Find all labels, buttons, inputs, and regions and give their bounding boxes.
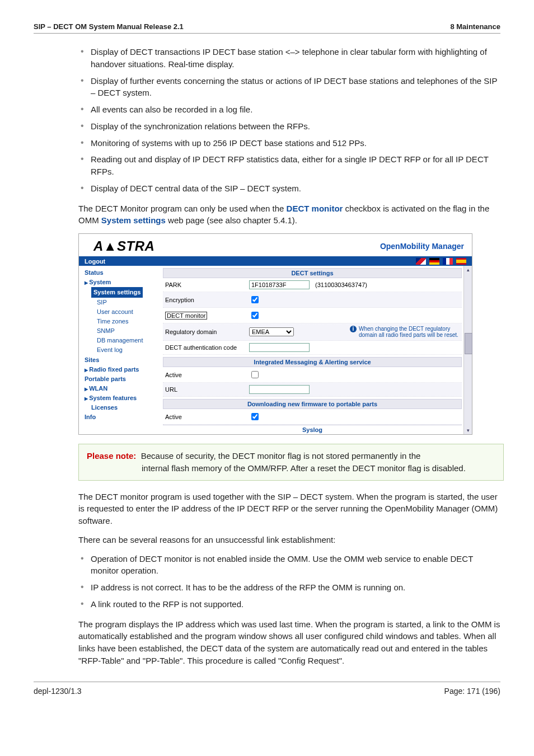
regulatory-domain-label: Regulatory domain xyxy=(165,328,249,335)
header-right: 8 Maintenance xyxy=(450,22,500,31)
list-item: Monitoring of systems with up to 256 IP … xyxy=(78,137,500,149)
page-footer: depl-1230/1.3 Page: 171 (196) xyxy=(34,682,500,696)
chevron-down-icon[interactable]: ▾ xyxy=(465,428,471,433)
dect-monitor-checkbox[interactable] xyxy=(251,312,259,319)
list-item: A link routed to the RFP is not supporte… xyxy=(78,598,500,611)
note-line1: Because of security, the DECT monitor fl… xyxy=(141,451,421,461)
dect-monitor-link: DECT monitor xyxy=(287,204,343,213)
sidebar-item-info[interactable]: Info xyxy=(85,412,163,422)
messaging-url-label: URL xyxy=(165,386,249,393)
logout-link[interactable]: Logout xyxy=(85,258,105,265)
app-title: OpenMobility Manager xyxy=(380,242,464,251)
regulatory-domain-select[interactable]: EMEA xyxy=(249,327,294,336)
note-label: Please note: xyxy=(87,451,136,461)
park-label: PARK xyxy=(165,281,249,288)
sidebar-item-sites[interactable]: Sites xyxy=(85,355,163,365)
regulatory-domain-hint: i When changing the DECT regulatory doma… xyxy=(350,326,462,338)
list-item: Display of the synchronization relations… xyxy=(78,120,500,133)
firmware-active-checkbox[interactable] xyxy=(251,413,259,420)
info-icon: i xyxy=(350,326,357,332)
sidebar-item-db-management[interactable]: DB management xyxy=(85,336,163,345)
section-firmware-download: Downloading new firmware to portable par… xyxy=(163,399,462,409)
list-item: All events can also be recorded in a log… xyxy=(78,104,500,116)
list-item: Display of DECT central data of the SIP … xyxy=(78,182,500,195)
last-paragraph: The program displays the IP address whic… xyxy=(78,618,500,667)
section-messaging: Integrated Messaging & Alerting service xyxy=(163,357,462,367)
sidebar-item-event-log[interactable]: Event log xyxy=(85,345,163,355)
park-aux: (31100303463747) xyxy=(315,281,367,288)
sidebar-item-system-settings[interactable]: System settings xyxy=(85,287,163,298)
header-left: SIP – DECT OM System Manual Release 2.1 xyxy=(34,22,184,31)
reasons-list: Operation of DECT monitor is not enabled… xyxy=(78,553,500,611)
list-item: Reading out and display of IP DECT RFP s… xyxy=(78,153,500,178)
sidebar-item-wlan[interactable]: WLAN xyxy=(85,384,163,393)
messaging-active-checkbox[interactable] xyxy=(251,371,259,378)
footer-right: Page: 171 (196) xyxy=(444,687,500,696)
dect-auth-code-label: DECT authentication code xyxy=(165,344,249,351)
sidebar-item-user-account[interactable]: User account xyxy=(85,307,163,317)
flag-fr-icon[interactable] xyxy=(443,258,453,265)
page-header: SIP – DECT OM System Manual Release 2.1 … xyxy=(34,22,500,34)
sidebar-item-sip[interactable]: SIP xyxy=(85,298,163,307)
flag-es-icon[interactable] xyxy=(456,258,466,265)
chevron-up-icon[interactable]: ▴ xyxy=(465,267,471,273)
language-flags xyxy=(414,257,466,265)
messaging-active-label: Active xyxy=(165,372,249,378)
note-box: Please note: Because of security, the DE… xyxy=(78,444,504,481)
sidebar-item-status[interactable]: Status xyxy=(85,268,163,278)
usage-paragraph: The DECT monitor program is used togethe… xyxy=(78,491,500,527)
list-item: Display of DECT transactions IP DECT bas… xyxy=(78,46,500,71)
reasons-paragraph: There can be several reasons for an unsu… xyxy=(78,534,500,546)
flag-uk-icon[interactable] xyxy=(416,258,426,265)
list-item: Display of further events concerning the… xyxy=(78,75,500,100)
note-line2: internal flash memory of the OMM/RFP. Af… xyxy=(87,462,495,475)
flag-de-icon[interactable] xyxy=(429,258,439,265)
scrollbar[interactable]: ▴ ▾ xyxy=(463,266,472,434)
sidebar-item-radio-fixed-parts[interactable]: Radio fixed parts xyxy=(85,365,163,374)
scrollbar-thumb[interactable] xyxy=(465,333,472,354)
park-field[interactable] xyxy=(249,280,310,289)
encryption-label: Encryption xyxy=(165,297,249,303)
list-item: IP address is not correct. It has to be … xyxy=(78,581,500,594)
system-settings-link: System settings xyxy=(101,215,166,225)
messaging-url-field[interactable] xyxy=(249,385,310,394)
omm-screenshot: A▲STRA OpenMobility Manager Logout Statu… xyxy=(78,233,472,435)
sidebar-item-licenses[interactable]: Licenses xyxy=(85,403,163,412)
nav-sidebar: Status System System settings SIP User a… xyxy=(79,266,163,434)
list-item: Operation of DECT monitor is not enabled… xyxy=(78,553,500,577)
sidebar-item-time-zones[interactable]: Time zones xyxy=(85,317,163,326)
intro-paragraph: The DECT Monitor program can only be use… xyxy=(78,203,500,227)
footer-left: depl-1230/1.3 xyxy=(34,687,82,696)
brand-logo: A▲STRA xyxy=(93,238,154,254)
encryption-checkbox[interactable] xyxy=(251,296,259,303)
sidebar-item-system[interactable]: System xyxy=(85,278,163,287)
sidebar-item-system-features[interactable]: System features xyxy=(85,393,163,403)
settings-panel: DECT settings PARK (31100303463747) Encr… xyxy=(163,266,472,434)
sidebar-item-snmp[interactable]: SNMP xyxy=(85,326,163,336)
dect-auth-code-field[interactable] xyxy=(249,343,310,352)
dect-monitor-label: DECT monitor xyxy=(165,312,249,319)
section-syslog: Syslog xyxy=(163,425,462,434)
sidebar-item-portable-parts[interactable]: Portable parts xyxy=(85,374,163,384)
section-dect-settings: DECT settings xyxy=(163,268,462,278)
feature-list: Display of DECT transactions IP DECT bas… xyxy=(78,46,500,195)
firmware-active-label: Active xyxy=(165,414,249,420)
